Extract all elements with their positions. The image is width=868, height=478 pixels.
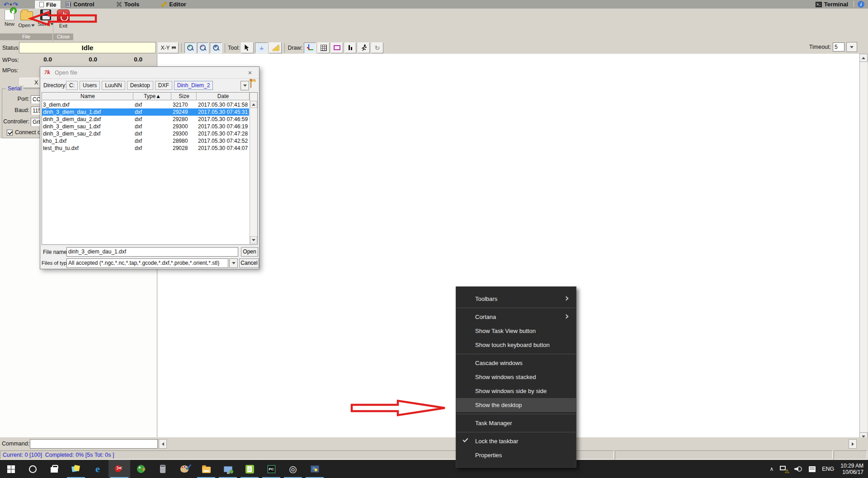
menu-item-show-task-view[interactable]: Show Task View button: [456, 324, 576, 338]
files-of-type-dropdown[interactable]: [229, 258, 238, 268]
draw-axes-button[interactable]: [304, 42, 316, 53]
zoom-out-button[interactable]: −: [197, 42, 208, 53]
taskbar: e ✂ PC ◎ ∧ ⚠ ENG 10:29 AM 10/06/17: [0, 460, 868, 478]
menu-item-toolbars[interactable]: Toolbars: [456, 292, 576, 306]
draw-margin-button[interactable]: [331, 42, 343, 53]
network-warning-icon[interactable]: ⚠: [780, 466, 788, 472]
statusbar: Current: 0 [100] Completed: 0% [5s Tot: …: [0, 450, 868, 460]
zoom-in-button[interactable]: +: [184, 42, 196, 53]
column-header-name[interactable]: Name: [42, 93, 133, 100]
timeout-input[interactable]: 5: [833, 42, 844, 52]
xy-plane-button[interactable]: X-Y: [158, 42, 179, 53]
breadcrumb-users[interactable]: Users: [80, 81, 100, 90]
file-explorer-button[interactable]: [195, 460, 217, 478]
list-scroll-down-button[interactable]: [250, 236, 257, 244]
breadcrumb-luunn[interactable]: LuuNN: [102, 81, 125, 90]
parrot-app-button[interactable]: [130, 460, 152, 478]
file-row-selected[interactable]: dinh_3_diem_dau_1.dxfdxf292492017.05.30 …: [42, 108, 249, 116]
info-icon[interactable]: i: [858, 1, 864, 8]
notepadpp-button[interactable]: [239, 460, 260, 478]
menu-item-show-touch-keyboard[interactable]: Show touch keyboard button: [456, 338, 576, 352]
tab-control[interactable]: Control: [61, 0, 99, 9]
tab-file[interactable]: File: [34, 0, 61, 9]
menu-item-task-manager[interactable]: Task Manager: [456, 416, 576, 430]
undo-icon[interactable]: ↶: [4, 1, 9, 8]
pycharm-button[interactable]: PC: [260, 460, 282, 478]
remote-desktop-button[interactable]: [217, 460, 239, 478]
taskbar-clock[interactable]: 10:29 AM 10/06/17: [840, 463, 863, 475]
breadcrumb-desktop[interactable]: Desktop: [127, 81, 153, 90]
calculator-button[interactable]: [152, 460, 174, 478]
store-button[interactable]: [43, 460, 65, 478]
cortana-button[interactable]: [22, 460, 43, 478]
margin-rectangle-icon: [334, 45, 340, 50]
list-scroll-up-button[interactable]: [250, 101, 257, 108]
menubar-divider: [854, 1, 854, 7]
redraw-button[interactable]: ↻: [371, 42, 383, 53]
calculator-icon: [160, 465, 165, 473]
tab-tools[interactable]: Tools: [112, 0, 144, 9]
tab-editor-label: Editor: [169, 1, 186, 8]
undo-dropdown-icon[interactable]: ▾: [10, 2, 12, 7]
annotation-arrow-show-desktop: [349, 398, 448, 417]
menu-item-cascade-windows[interactable]: Cascade windows: [456, 356, 576, 370]
column-header-date[interactable]: Date: [197, 93, 250, 100]
canvas-vertical-scrollbar[interactable]: [859, 54, 868, 441]
paint-button[interactable]: [174, 460, 195, 478]
notification-center-icon[interactable]: [809, 466, 816, 472]
scroll-left-button[interactable]: [159, 439, 167, 449]
open-confirm-button[interactable]: Open: [241, 247, 258, 257]
python-console-button[interactable]: [304, 460, 326, 478]
column-header-size[interactable]: Size: [171, 93, 197, 100]
menu-item-lock-the-taskbar[interactable]: Lock the taskbar: [456, 434, 576, 448]
windows-logo-icon: [7, 465, 15, 473]
breadcrumb-dxf[interactable]: DXF: [155, 81, 172, 90]
breadcrumb-c[interactable]: C:: [66, 81, 78, 90]
draw-workarea-button[interactable]: [344, 42, 356, 53]
target-icon: ◎: [289, 464, 297, 473]
zoom-fit-button[interactable]: ⊕: [210, 42, 222, 53]
menu-item-properties[interactable]: Properties: [456, 448, 576, 462]
command-input[interactable]: [30, 439, 158, 449]
menu-item-show-windows-side-by-side[interactable]: Show windows side by side: [456, 384, 576, 398]
edge-button[interactable]: e: [87, 460, 108, 478]
timeout-dropdown-button[interactable]: [846, 42, 857, 52]
grid-icon: [321, 45, 327, 51]
close-icon[interactable]: ×: [245, 68, 255, 77]
dialog-titlebar[interactable]: 7k Open file ×: [40, 67, 259, 79]
toolbar-separator: [181, 43, 182, 52]
draw-paths-button[interactable]: [358, 42, 370, 53]
cancel-button[interactable]: Cancel: [239, 258, 259, 268]
new-button[interactable]: New: [1, 9, 18, 32]
edge-icon: e: [95, 463, 100, 475]
target-app-button[interactable]: ◎: [282, 460, 304, 478]
menu-item-show-the-desktop[interactable]: Show the desktop: [456, 398, 576, 412]
file-list-scrollbar[interactable]: [250, 93, 257, 244]
tab-editor[interactable]: Editor: [156, 0, 191, 9]
language-indicator[interactable]: ENG: [822, 466, 834, 472]
menu-item-cortana[interactable]: Cortana: [456, 310, 576, 324]
scroll-right-button[interactable]: [849, 439, 857, 449]
start-button[interactable]: [0, 460, 22, 478]
move-tool-button[interactable]: ↔↕: [255, 42, 268, 53]
connect-checkbox[interactable]: [7, 130, 13, 136]
draw-grid-button[interactable]: [317, 42, 330, 53]
sticky-notes-button[interactable]: [65, 460, 87, 478]
ruler-tool-button[interactable]: [269, 42, 282, 53]
snipping-tool-icon: ✂: [115, 464, 124, 473]
new-folder-button[interactable]: [250, 81, 259, 89]
scroll-up-button[interactable]: [859, 54, 868, 62]
tab-terminal[interactable]: >_ Terminal: [814, 1, 850, 8]
breadcrumb-dinh-diem-2[interactable]: Dinh_Diem_2: [174, 81, 213, 90]
hidden-icons-chevron[interactable]: ∧: [769, 466, 774, 472]
speaker-icon[interactable]: [794, 466, 802, 472]
menu-item-show-windows-stacked[interactable]: Show windows stacked: [456, 370, 576, 384]
mpos-label: MPos:: [2, 67, 18, 74]
column-header-type[interactable]: Type▲: [133, 93, 171, 100]
select-tool-button[interactable]: [241, 42, 254, 53]
snipping-tool-button[interactable]: ✂: [108, 460, 130, 478]
directory-dropdown-button[interactable]: [241, 81, 249, 90]
submenu-chevron-icon: [564, 296, 569, 301]
file-name-input[interactable]: dinh_3_diem_dau_1.dxf: [66, 247, 238, 257]
files-of-type-combo[interactable]: All accepted (*.ngc,*.nc,*.tap,*.gcode,*…: [66, 258, 228, 268]
